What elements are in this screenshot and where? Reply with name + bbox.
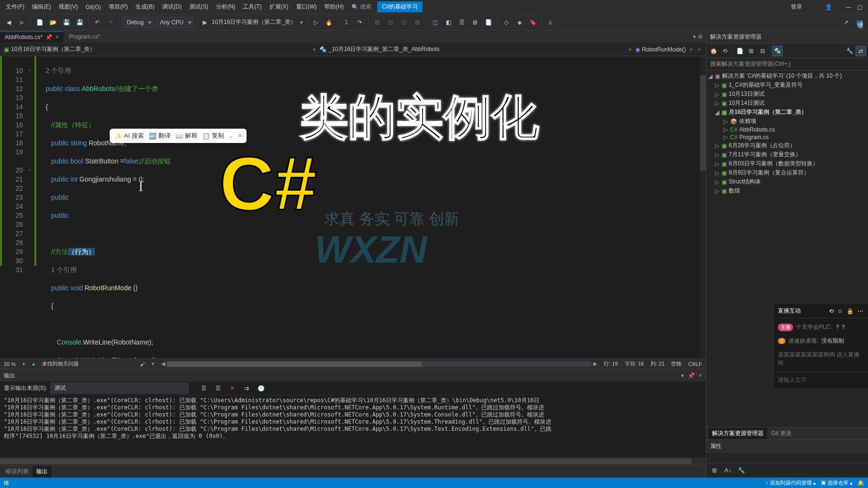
tb-icon-11[interactable]: ◈	[514, 17, 525, 28]
tab-git-changes[interactable]: Git 更改	[767, 427, 796, 439]
tree-project-4[interactable]: ◢▣月16日学习案例（第二章_类）	[706, 108, 868, 117]
tb-icon-2[interactable]: ⊟	[385, 17, 396, 28]
tree-project-2[interactable]: ▷▣10月13日测试	[706, 90, 868, 99]
solution-context[interactable]: C#的基础学习	[377, 1, 423, 12]
close-icon[interactable]: ×	[238, 132, 242, 139]
output-tool-5[interactable]: 🕐	[255, 383, 267, 394]
menu-window[interactable]: 窗口(W)	[292, 2, 320, 12]
issues-message[interactable]: 未找到相关问题	[42, 360, 79, 367]
menu-edit[interactable]: 编辑(E)	[28, 2, 55, 12]
start-debug-button[interactable]: ▶	[200, 19, 210, 26]
tab-program[interactable]: Program.cs*	[64, 31, 105, 42]
tree-file-2[interactable]: ▷C#Program.cs	[706, 133, 868, 141]
chat-more-icon[interactable]: ⋯	[858, 308, 863, 315]
output-scrollbar[interactable]	[0, 458, 706, 465]
save-button[interactable]: 💾	[61, 17, 72, 28]
fold-toggle[interactable]: ⌄	[28, 166, 33, 172]
chat-refresh-icon[interactable]: ⟲	[829, 308, 834, 315]
prop-cat-icon[interactable]: ⊞	[709, 465, 720, 476]
tree-project-3[interactable]: ▷▣10月14日测试	[706, 99, 868, 108]
account-icon[interactable]: 👤	[825, 4, 832, 10]
code-text-area[interactable]: 2 个引用 public class AbbRobots//创建了一个类 { /…	[36, 56, 706, 358]
output-tool-1[interactable]: ☰	[198, 383, 209, 394]
tb-icon-12[interactable]: ⎌	[545, 17, 556, 28]
maximize-icon[interactable]: ▢	[857, 4, 862, 10]
se-switch-view[interactable]: ⇄	[856, 46, 866, 56]
step-into-button[interactable]: ⤵	[341, 17, 352, 28]
ai-search-button[interactable]: ✨AI 搜索	[114, 132, 144, 140]
tb-icon-4[interactable]: ⊞	[412, 17, 423, 28]
ai-explain-button[interactable]: 📖解释	[176, 132, 197, 140]
menu-debug[interactable]: 调试(D)	[158, 2, 186, 12]
prop-az-icon[interactable]: A↓	[723, 465, 733, 476]
chevron-down-icon[interactable]: ⌄	[229, 132, 234, 139]
chat-message[interactable]: 3 迷途妖凌落: 没有限制	[773, 334, 868, 348]
forward-button[interactable]: ▶	[16, 17, 28, 28]
menu-file[interactable]: 文件(F)	[2, 2, 28, 12]
menu-help[interactable]: 帮助(H)	[320, 2, 348, 12]
nav-member[interactable]: ◉RobotRunMode()	[635, 46, 686, 53]
output-tool-4[interactable]: ⇉	[241, 383, 252, 394]
back-button[interactable]: ◀	[3, 17, 14, 28]
manage-tab[interactable]: 管理	[854, 16, 866, 20]
output-tool-3[interactable]: ✕	[227, 383, 238, 394]
undo-button[interactable]: ↶	[92, 17, 103, 28]
redo-button[interactable]: ↷	[105, 17, 116, 28]
tree-project-8[interactable]: ▷▣9月9日学习案例（复合运算符）	[706, 168, 868, 177]
zoom-level[interactable]: 20 %	[4, 361, 16, 367]
se-wrench-icon[interactable]: 🔧	[844, 46, 855, 56]
solution-explorer-search[interactable]: 搜索解决方案资源管理器(Ctrl+;)	[706, 58, 868, 71]
output-source-combo[interactable]: 调试	[50, 383, 188, 394]
run-target-label[interactable]: 10月16日学习案例（第二章_类）	[212, 18, 296, 26]
se-home-icon[interactable]: 🏠	[708, 46, 719, 56]
notifications-icon[interactable]: 🔔	[858, 480, 864, 486]
tb-icon-6[interactable]: ◧	[443, 17, 454, 28]
se-view-toggle[interactable]: 🔩	[772, 46, 783, 56]
minimize-icon[interactable]: —	[846, 4, 851, 10]
se-tool-1[interactable]: 📄	[734, 46, 745, 56]
tb-icon-5[interactable]: ◫	[429, 17, 441, 28]
ai-copy-button[interactable]: 📋复制	[202, 132, 224, 140]
tab-output[interactable]: 输出	[32, 466, 52, 478]
eol-mode[interactable]: CRLF	[688, 361, 702, 367]
menu-project[interactable]: 项目(P)	[105, 2, 132, 12]
code-editor[interactable]: 101112 131415 161718 1920 212223 242526 …	[0, 56, 706, 358]
fold-toggle[interactable]: ⌄	[28, 67, 33, 72]
pin-icon[interactable]: 📌	[45, 34, 52, 41]
share-button[interactable]: ↗	[840, 17, 852, 28]
menu-test[interactable]: 测试(S)	[186, 2, 212, 12]
tree-deps[interactable]: ▷📦依赖项	[706, 117, 868, 126]
menu-build[interactable]: 生成(B)	[132, 2, 158, 12]
save-all-button[interactable]: 💾	[74, 17, 85, 28]
tree-project-9[interactable]: ▷▣Struct结构体	[706, 177, 868, 186]
tree-project-1[interactable]: ▷▣1_C#的基础学习_变量及符号	[706, 81, 868, 90]
tree-project-5[interactable]: ▷▣6月26学习案例（占位符）	[706, 141, 868, 150]
menu-view[interactable]: 视图(V)	[55, 2, 82, 12]
output-pin-icon[interactable]: 📌	[688, 372, 695, 379]
menu-extensions[interactable]: 扩展(X)	[266, 2, 292, 12]
config-combo[interactable]: Debug	[123, 17, 154, 28]
tb-icon-1[interactable]: ⊞	[372, 17, 383, 28]
tb-icon-7[interactable]: ☰	[456, 17, 467, 28]
open-button[interactable]: 📂	[47, 17, 59, 28]
menu-git[interactable]: Git(G)	[82, 3, 105, 11]
split-editor-icon[interactable]: ＋	[696, 45, 702, 53]
tree-file-1[interactable]: ▷C#AbbRobots.cs	[706, 126, 868, 133]
hot-reload-button[interactable]: 🔥	[323, 17, 334, 28]
nav-scope[interactable]: ▣10月16日学习案例（第二章_类）	[4, 45, 309, 53]
se-tool-2[interactable]: ⊞	[746, 46, 756, 56]
tb-icon-3[interactable]: ⊡	[398, 17, 410, 28]
chat-input[interactable]: 请输入文字	[773, 372, 868, 388]
repo-select-button[interactable]: ▣ 选择仓库 ▴	[821, 479, 853, 487]
target-chevron-icon[interactable]: ▾	[298, 19, 305, 26]
platform-combo[interactable]: Any CPU	[155, 17, 193, 28]
prop-wrench-icon[interactable]: 🔧	[736, 465, 746, 476]
output-dropdown-icon[interactable]: ▾	[681, 372, 684, 379]
tab-error-list[interactable]: 错误列表	[2, 466, 32, 478]
output-close-icon[interactable]: ×	[699, 372, 702, 379]
indent-mode[interactable]: 空格	[671, 360, 682, 367]
tab-abbrobots[interactable]: AbbRobots.cs* 📌 ×	[0, 31, 64, 42]
se-tool-3[interactable]: ⊟	[757, 46, 768, 56]
tab-dropdown-icon[interactable]: ▾	[693, 33, 696, 40]
tb-icon-9[interactable]: 📑	[483, 17, 494, 28]
